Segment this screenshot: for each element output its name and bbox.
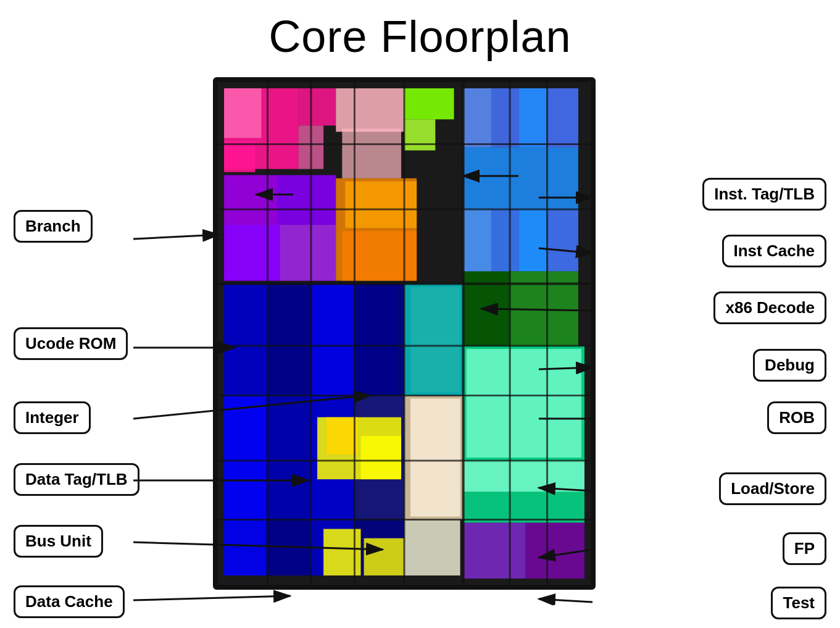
svg-rect-58 xyxy=(404,519,460,575)
svg-rect-11 xyxy=(464,148,578,209)
label-instcache: Inst Cache xyxy=(722,235,827,267)
svg-rect-25 xyxy=(464,209,491,271)
svg-rect-14 xyxy=(519,88,547,147)
label-x86decode: x86 Decode xyxy=(713,291,826,324)
svg-rect-28 xyxy=(547,209,578,271)
svg-rect-51 xyxy=(464,461,584,492)
svg-rect-26 xyxy=(491,209,519,271)
label-debug: Debug xyxy=(753,349,826,382)
label-datacache: Data Cache xyxy=(14,585,125,618)
svg-line-77 xyxy=(133,235,219,239)
label-integer: Integer xyxy=(14,401,91,434)
svg-rect-23 xyxy=(342,231,417,280)
label-fp: FP xyxy=(783,532,826,565)
svg-rect-15 xyxy=(547,88,578,147)
svg-rect-47 xyxy=(361,436,401,479)
svg-rect-2 xyxy=(224,88,261,138)
svg-line-83 xyxy=(133,596,290,600)
svg-rect-22 xyxy=(345,182,417,228)
svg-rect-49 xyxy=(410,399,460,517)
label-insttag: Inst. Tag/TLB xyxy=(702,178,826,211)
svg-rect-57 xyxy=(364,538,404,576)
label-branch: Branch xyxy=(14,210,93,243)
svg-rect-60 xyxy=(525,523,584,579)
label-rob: ROB xyxy=(767,401,826,434)
svg-rect-9 xyxy=(404,119,435,150)
svg-rect-3 xyxy=(299,88,336,125)
label-busunit: Bus Unit xyxy=(14,525,103,558)
label-test: Test xyxy=(771,587,826,619)
svg-rect-46 xyxy=(326,417,357,454)
svg-rect-7 xyxy=(342,128,401,178)
label-datatag: Data Tag/TLB xyxy=(14,463,139,496)
svg-rect-41 xyxy=(224,395,266,519)
svg-rect-42 xyxy=(267,395,310,519)
svg-rect-54 xyxy=(267,519,310,575)
svg-rect-39 xyxy=(467,349,581,458)
svg-rect-32 xyxy=(224,284,267,396)
svg-rect-35 xyxy=(354,284,397,396)
svg-rect-53 xyxy=(224,519,266,575)
page-title: Core Floorplan xyxy=(0,0,840,68)
svg-rect-18 xyxy=(277,175,336,225)
svg-rect-27 xyxy=(519,209,547,271)
svg-rect-33 xyxy=(268,284,311,396)
svg-rect-37 xyxy=(410,287,460,393)
svg-rect-6 xyxy=(336,88,404,132)
svg-line-91 xyxy=(539,599,593,602)
svg-rect-13 xyxy=(491,88,519,147)
chip-die xyxy=(213,77,596,590)
svg-rect-20 xyxy=(280,225,336,280)
svg-rect-17 xyxy=(224,175,277,225)
label-loadstore: Load/Store xyxy=(719,472,826,505)
label-ucode: Ucode ROM xyxy=(14,327,128,360)
svg-rect-59 xyxy=(464,523,526,579)
floorplan-container: Branch Ucode ROM Integer Data Tag/TLB Bu… xyxy=(0,68,840,605)
svg-rect-34 xyxy=(311,284,354,396)
svg-rect-12 xyxy=(464,88,491,147)
svg-rect-19 xyxy=(224,225,280,280)
svg-rect-4 xyxy=(224,141,255,172)
svg-rect-8 xyxy=(404,88,454,119)
